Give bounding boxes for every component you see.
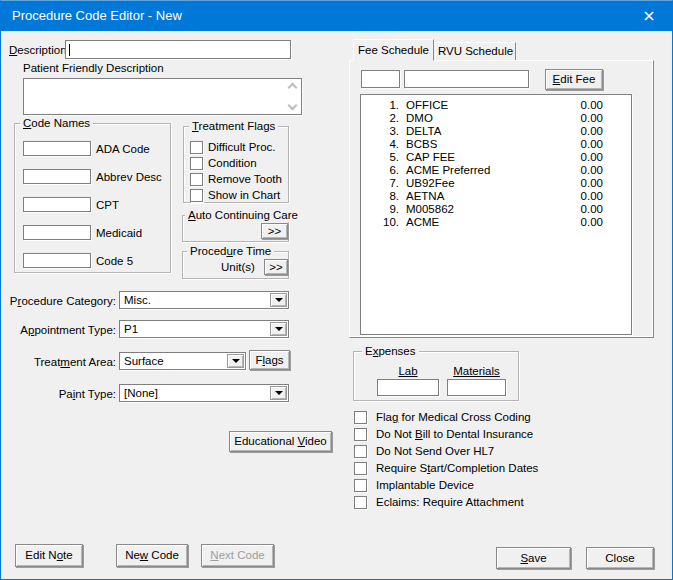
procedure-time-legend: Procedure Time bbox=[187, 244, 274, 258]
patient-friendly-description-textarea[interactable] bbox=[23, 78, 302, 115]
medical-flag-label: Require Start/Completion Dates bbox=[376, 462, 538, 475]
medical-flag-checkbox[interactable] bbox=[354, 479, 367, 492]
fee-schedule-listbox[interactable]: 1. OFFICE 0.00 2. DMO 0.00 3. DELTA 0.00 bbox=[360, 94, 632, 335]
code-name-input[interactable] bbox=[23, 169, 91, 184]
treatment-area-combobox[interactable]: Surface bbox=[119, 352, 246, 370]
dropdown-arrow-button[interactable] bbox=[270, 322, 287, 336]
fee-schedule-tab-panel: Edit Fee 1. OFFICE 0.00 2. DMO 0.00 3. D… bbox=[349, 60, 654, 338]
window-title: Procedure Code Editor - New bbox=[12, 1, 182, 30]
save-button[interactable]: Save bbox=[496, 547, 571, 569]
description-input[interactable] bbox=[65, 40, 291, 59]
treatment-area-label: Treatment Area: bbox=[1, 355, 116, 369]
procedure-time-units-label: Unit(s) bbox=[221, 260, 255, 274]
scroll-up-icon[interactable] bbox=[288, 83, 298, 93]
fee-input-right[interactable] bbox=[404, 70, 529, 88]
procedure-category-value: Misc. bbox=[124, 293, 151, 307]
fee-row[interactable]: 2. DMO 0.00 bbox=[361, 112, 631, 125]
scroll-down-icon[interactable] bbox=[288, 101, 298, 111]
medical-flag-label: Eclaims: Require Attachment bbox=[376, 496, 524, 509]
close-dialog-button[interactable]: Close bbox=[586, 547, 654, 569]
code-name-input[interactable] bbox=[23, 141, 91, 156]
fee-schedule-name: DELTA bbox=[406, 125, 553, 138]
fee-number: 6. bbox=[361, 164, 399, 177]
medical-flag-label: Flag for Medical Cross Coding bbox=[376, 411, 531, 424]
fee-number: 7. bbox=[361, 177, 399, 190]
chevron-down-icon bbox=[232, 359, 240, 363]
fee-amount: 0.00 bbox=[553, 190, 603, 203]
fee-schedule-name: BCBS bbox=[406, 138, 553, 151]
treatment-flag-checkbox[interactable] bbox=[190, 173, 203, 186]
tab-fee-schedule[interactable]: Fee Schedule bbox=[353, 39, 434, 61]
appointment-type-label: Appointment Type: bbox=[1, 323, 116, 337]
fee-row[interactable]: 3. DELTA 0.00 bbox=[361, 125, 631, 138]
fee-schedule-name: CAP FEE bbox=[406, 151, 553, 164]
auto-continuing-care-expand-button[interactable]: >> bbox=[261, 223, 288, 239]
medical-flag-label: Do Not Bill to Dental Insurance bbox=[376, 428, 533, 441]
paint-type-value: [None] bbox=[124, 386, 158, 400]
fee-row[interactable]: 1. OFFICE 0.00 bbox=[361, 99, 631, 112]
fee-row[interactable]: 4. BCBS 0.00 bbox=[361, 138, 631, 151]
procedure-time-expand-button[interactable]: >> bbox=[264, 259, 288, 275]
materials-expense-input[interactable] bbox=[447, 379, 506, 396]
code-name-label: CPT bbox=[96, 198, 119, 212]
titlebar: Procedure Code Editor - New × bbox=[1, 1, 672, 31]
fee-number: 4. bbox=[361, 138, 399, 151]
procedure-category-combobox[interactable]: Misc. bbox=[119, 291, 289, 309]
code-name-label: Code 5 bbox=[96, 254, 133, 268]
fee-amount: 0.00 bbox=[553, 151, 603, 164]
treatment-flag-checkbox[interactable] bbox=[190, 141, 203, 154]
titlebar-close-button[interactable]: × bbox=[626, 1, 672, 31]
fee-number: 1. bbox=[361, 99, 399, 112]
auto-continuing-care-group: Auto Continuing Care >> bbox=[182, 215, 289, 242]
fee-row[interactable]: 6. ACME Preferred 0.00 bbox=[361, 164, 631, 177]
educational-video-button[interactable]: Educational Video bbox=[229, 431, 332, 452]
fee-row[interactable]: 5. CAP FEE 0.00 bbox=[361, 151, 631, 164]
medical-flag-checkbox[interactable] bbox=[354, 445, 367, 458]
appointment-type-combobox[interactable]: P1 bbox=[119, 320, 289, 338]
medical-flag-checkbox[interactable] bbox=[354, 428, 367, 441]
tab-rvu-schedule[interactable]: RVU Schedule bbox=[435, 42, 516, 61]
fee-number: 8. bbox=[361, 190, 399, 203]
edit-note-button[interactable]: Edit Note bbox=[15, 544, 83, 567]
lab-expense-input[interactable] bbox=[377, 379, 439, 396]
fee-row[interactable]: 8. AETNA 0.00 bbox=[361, 190, 631, 203]
dropdown-arrow-button[interactable] bbox=[270, 386, 287, 400]
chevron-down-icon bbox=[275, 327, 283, 331]
textarea-scrollbar bbox=[286, 81, 299, 112]
fee-row[interactable]: 9. M005862 0.00 bbox=[361, 203, 631, 216]
treatment-area-value: Surface bbox=[124, 354, 164, 368]
code-name-input[interactable] bbox=[23, 253, 91, 268]
description-label: Description: bbox=[9, 43, 70, 57]
fee-amount: 0.00 bbox=[553, 138, 603, 151]
medical-flag-checkbox[interactable] bbox=[354, 411, 367, 424]
dropdown-arrow-button[interactable] bbox=[270, 293, 287, 307]
flags-button[interactable]: Flags bbox=[249, 350, 290, 370]
medical-flag-checkbox[interactable] bbox=[354, 462, 367, 475]
fee-row[interactable]: 7. UB92Fee 0.00 bbox=[361, 177, 631, 190]
next-code-button: Next Code bbox=[201, 544, 274, 567]
code-names-legend: Code Names bbox=[20, 116, 93, 130]
appointment-type-value: P1 bbox=[124, 322, 138, 336]
edit-fee-button[interactable]: Edit Fee bbox=[545, 69, 603, 90]
treatment-flags-legend: Treatment Flags bbox=[189, 119, 278, 133]
fee-amount: 0.00 bbox=[553, 164, 603, 177]
medical-flag-label: Implantable Device bbox=[376, 479, 474, 492]
fee-amount: 0.00 bbox=[553, 177, 603, 190]
treatment-flags-group: Treatment Flags Difficult Proc. Conditio… bbox=[183, 126, 289, 203]
code-name-input[interactable] bbox=[23, 197, 91, 212]
paint-type-combobox[interactable]: [None] bbox=[119, 384, 289, 402]
treatment-flag-checkbox[interactable] bbox=[190, 189, 203, 202]
fee-schedule-name: ACME bbox=[406, 216, 553, 229]
medical-flag-checkbox[interactable] bbox=[354, 496, 367, 509]
fee-input-left[interactable] bbox=[361, 70, 400, 88]
new-code-button[interactable]: New Code bbox=[116, 544, 188, 567]
fee-number: 3. bbox=[361, 125, 399, 138]
procedure-code-editor-window: Procedure Code Editor - New × Descriptio… bbox=[0, 0, 673, 580]
fee-number: 10. bbox=[361, 216, 399, 229]
expenses-group: Expenses Lab Materials bbox=[353, 351, 519, 401]
treatment-flag-checkbox[interactable] bbox=[190, 157, 203, 170]
code-name-input[interactable] bbox=[23, 225, 91, 240]
treatment-flag-label: Condition bbox=[208, 157, 257, 170]
fee-row[interactable]: 10. ACME 0.00 bbox=[361, 216, 631, 229]
dropdown-arrow-button[interactable] bbox=[227, 354, 244, 368]
